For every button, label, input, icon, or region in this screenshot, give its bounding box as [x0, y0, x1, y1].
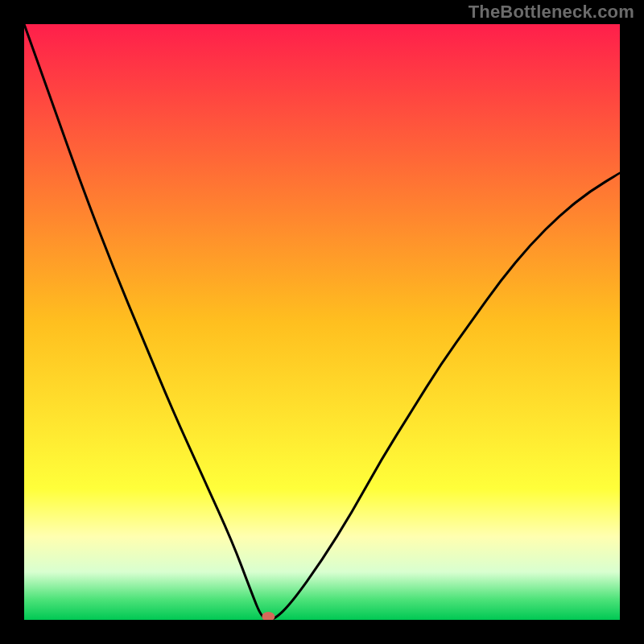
plot-area	[24, 24, 620, 620]
plot-svg	[24, 24, 620, 620]
plot-background	[24, 24, 620, 620]
chart-frame: TheBottleneck.com	[0, 0, 644, 644]
watermark-text: TheBottleneck.com	[469, 2, 634, 23]
